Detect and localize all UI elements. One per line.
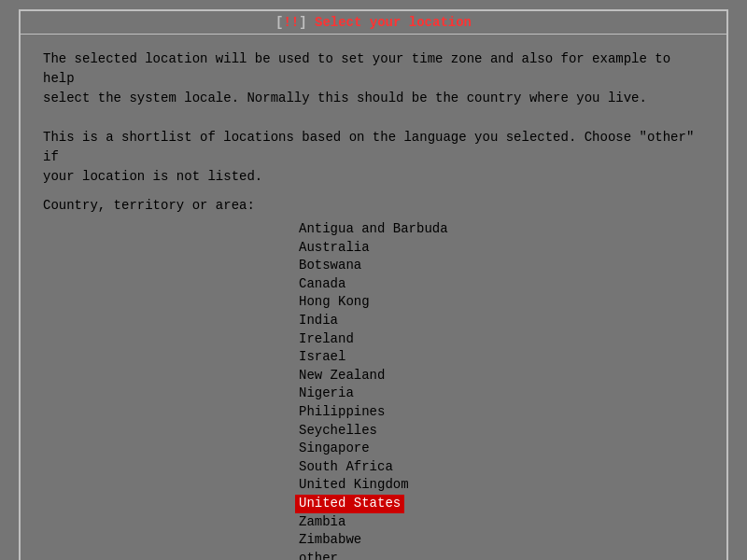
country-list-item[interactable]: Antigua and Barbuda xyxy=(295,220,452,239)
country-list-item[interactable]: United States xyxy=(295,495,404,513)
desc-line3: This is a shortlist of locations based o… xyxy=(43,128,704,167)
description-text: The selected location will be used to se… xyxy=(43,49,704,187)
country-label: Country, territory or area: xyxy=(43,198,704,213)
desc-line2: select the system locale. Normally this … xyxy=(43,89,704,108)
country-list-item[interactable]: Nigeria xyxy=(295,385,358,403)
country-list-item[interactable]: Seychelles xyxy=(295,422,381,441)
title-exclamations: !! xyxy=(283,15,299,30)
country-list-item[interactable]: United Kingdom xyxy=(295,476,413,495)
country-list-item[interactable]: Australia xyxy=(295,239,374,258)
title-bracket-close: ] xyxy=(299,15,306,30)
country-list-item[interactable]: Zimbabwe xyxy=(295,531,365,550)
country-list-item[interactable]: Hong Kong xyxy=(295,293,374,312)
country-list-item[interactable]: Ireland xyxy=(295,330,358,349)
title-bar: [!!] Select your location xyxy=(21,11,726,35)
dialog-box: [!!] Select your location The selected l… xyxy=(19,9,728,560)
country-list: Antigua and BarbudaAustraliaBotswanaCana… xyxy=(43,220,704,560)
country-list-item[interactable]: South Africa xyxy=(295,458,397,477)
title-text: [!!] Select your location xyxy=(275,15,472,30)
main-area: [!!] Select your location The selected l… xyxy=(0,0,747,560)
country-list-item[interactable]: other xyxy=(295,550,342,560)
country-list-item[interactable]: Singapore xyxy=(295,440,374,458)
country-list-item[interactable]: Canada xyxy=(295,275,349,294)
desc-line4: your location is not listed. xyxy=(43,167,704,187)
country-list-item[interactable]: India xyxy=(295,312,342,330)
country-list-item[interactable]: Israel xyxy=(295,348,349,367)
country-list-item[interactable]: Zambia xyxy=(295,513,349,532)
country-list-item[interactable]: New Zealand xyxy=(295,367,388,385)
desc-line1: The selected location will be used to se… xyxy=(43,49,704,89)
content-area: The selected location will be used to se… xyxy=(21,35,726,560)
country-list-item[interactable]: Philippines xyxy=(295,403,388,422)
title-location-label: location xyxy=(409,15,472,30)
title-select-label: Select your xyxy=(307,15,409,30)
country-list-item[interactable]: Botswana xyxy=(295,257,365,275)
